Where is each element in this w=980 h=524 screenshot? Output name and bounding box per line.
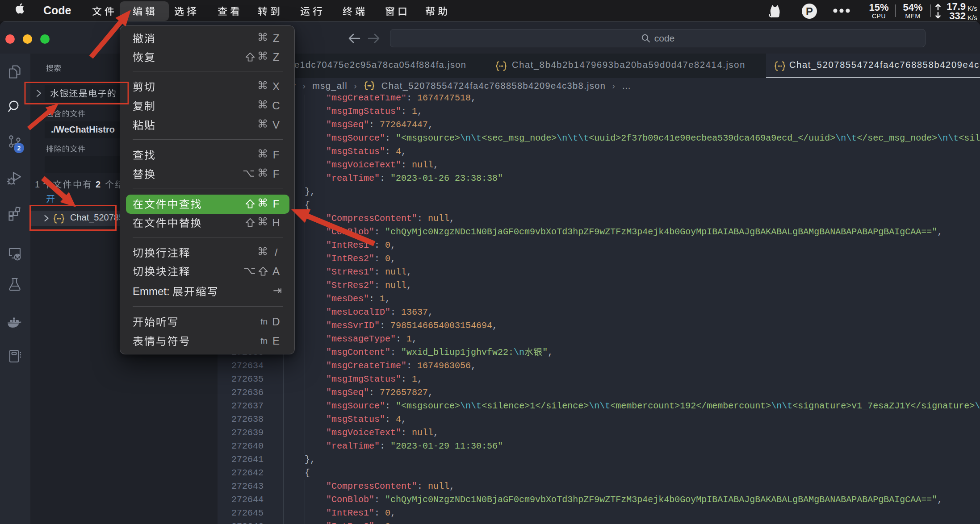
svg-text:P: P — [806, 5, 813, 17]
